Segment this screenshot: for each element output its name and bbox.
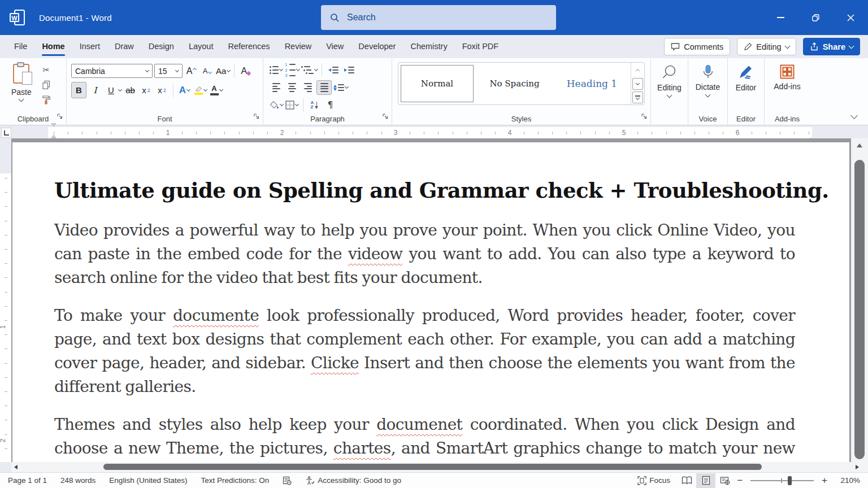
tab-draw[interactable]: Draw	[107, 35, 141, 58]
numbering-button[interactable]: 123	[285, 63, 300, 77]
collapse-ribbon-chevron-icon[interactable]	[850, 112, 858, 119]
line-spacing-button[interactable]	[333, 81, 348, 94]
caret-up-icon	[193, 67, 197, 71]
web-layout-button[interactable]	[715, 473, 735, 488]
editing-mode-dropdown[interactable]: Editing	[737, 38, 796, 55]
text-predictions-indicator[interactable]: Text Predictions: On	[194, 476, 276, 485]
font-dialog-launcher[interactable]	[253, 112, 260, 122]
shading-button[interactable]	[269, 98, 283, 112]
clipboard-dialog-launcher[interactable]	[57, 112, 63, 122]
scroll-left-arrow-icon[interactable]	[14, 465, 18, 469]
dictate-button-label: Dictate	[696, 82, 721, 91]
italic-button[interactable]: I	[88, 82, 102, 98]
shrink-font-button[interactable]: A	[200, 63, 214, 79]
style-heading-1[interactable]: Heading 1	[553, 63, 631, 104]
language-indicator[interactable]: English (United States)	[102, 476, 194, 485]
style-normal[interactable]: Normal	[398, 63, 476, 104]
style-no-spacing[interactable]: No Spacing	[476, 63, 553, 104]
editing-button[interactable]: Editing	[651, 58, 688, 125]
word-count[interactable]: 248 words	[54, 476, 102, 485]
align-center-button[interactable]	[285, 81, 299, 94]
styles-gallery-expand-button[interactable]	[632, 91, 643, 103]
proofing-status-button[interactable]	[276, 476, 298, 485]
text-effects-button[interactable]: A	[177, 82, 192, 98]
align-right-button[interactable]	[301, 81, 315, 94]
search-box[interactable]	[321, 5, 556, 30]
bullets-button[interactable]	[269, 63, 283, 77]
borders-button[interactable]	[285, 98, 299, 112]
read-mode-button[interactable]	[677, 473, 696, 488]
superscript-button[interactable]: x2	[155, 82, 169, 98]
subscript-button[interactable]: x2	[139, 82, 153, 98]
tab-home[interactable]: Home	[34, 35, 72, 58]
tab-foxit-pdf[interactable]: Foxit PDF	[455, 35, 506, 58]
document-heading: Ultimate guide on Spelling and Grammar c…	[54, 176, 795, 204]
zoom-percentage[interactable]: 210%	[830, 476, 868, 485]
vertical-scrollbar[interactable]	[851, 138, 868, 462]
horizontal-scrollbar-thumb[interactable]	[103, 464, 762, 470]
right-indent-marker[interactable]	[808, 128, 814, 138]
horizontal-scrollbar[interactable]	[0, 462, 868, 472]
zoom-slider[interactable]	[750, 480, 814, 481]
grow-font-button[interactable]: A	[184, 63, 198, 79]
comments-button[interactable]: Comments	[664, 38, 730, 55]
tab-insert[interactable]: Insert	[72, 35, 107, 58]
zoom-slider-handle[interactable]	[788, 476, 792, 485]
copy-button[interactable]	[40, 79, 53, 91]
decrease-indent-button[interactable]	[326, 63, 340, 77]
tab-stop-selector[interactable]	[1, 128, 11, 138]
tab-developer[interactable]: Developer	[351, 35, 403, 58]
format-painter-button[interactable]	[40, 93, 53, 106]
page-indicator[interactable]: Page 1 of 1	[0, 476, 54, 485]
underline-button[interactable]: U	[104, 82, 118, 98]
tab-references[interactable]: References	[220, 35, 277, 58]
close-button[interactable]	[833, 0, 868, 35]
share-label: Share	[823, 42, 845, 51]
tab-chemistry[interactable]: Chemistry	[403, 35, 454, 58]
font-color-button[interactable]: A	[209, 82, 223, 98]
zoom-out-button[interactable]: −	[735, 475, 745, 486]
scroll-right-arrow-icon[interactable]	[856, 465, 859, 469]
minimize-button[interactable]	[763, 0, 798, 35]
scroll-up-arrow-icon[interactable]	[857, 143, 862, 147]
cut-button[interactable]: ✂	[40, 64, 53, 76]
paste-button[interactable]: Paste	[11, 64, 32, 106]
sort-button[interactable]: AZ	[307, 98, 322, 112]
chevron-down-icon	[345, 85, 349, 89]
chevron-down-icon	[295, 102, 299, 106]
vertical-scrollbar-thumb[interactable]	[854, 160, 865, 459]
print-layout-button[interactable]	[696, 473, 715, 488]
hanging-indent-marker[interactable]	[51, 125, 57, 135]
font-family-combo[interactable]: Cambria	[71, 64, 153, 78]
tab-review[interactable]: Review	[277, 35, 319, 58]
multilevel-list-button[interactable]	[301, 63, 318, 77]
accessibility-status-button[interactable]: Accessibility: Good to go	[298, 476, 408, 485]
restore-button[interactable]	[798, 0, 833, 35]
clipboard-group: Paste ✂ Clipboard	[0, 58, 67, 125]
justify-button[interactable]	[316, 80, 332, 95]
tab-view[interactable]: View	[319, 35, 351, 58]
chevron-down-icon	[175, 68, 179, 72]
clear-formatting-button[interactable]: A	[238, 63, 253, 79]
highlight-color-button[interactable]	[193, 82, 207, 98]
show-hide-marks-button[interactable]: ¶	[323, 98, 337, 112]
align-left-button[interactable]	[269, 81, 283, 94]
tab-file[interactable]: File	[7, 35, 34, 58]
increase-indent-button[interactable]	[342, 63, 356, 77]
tab-design[interactable]: Design	[141, 35, 181, 58]
bold-button[interactable]: B	[71, 82, 86, 98]
focus-mode-button[interactable]: Focus	[630, 476, 677, 485]
paragraph-dialog-launcher[interactable]	[382, 112, 389, 122]
strikethrough-button[interactable]: ab	[123, 82, 137, 98]
search-input[interactable]	[346, 12, 547, 23]
format-painter-icon	[41, 95, 51, 104]
font-size-combo[interactable]: 15	[154, 64, 183, 78]
zoom-in-button[interactable]: +	[819, 475, 830, 486]
styles-scroll-down-button[interactable]	[632, 78, 643, 90]
share-button[interactable]: Share	[803, 38, 860, 55]
tab-layout[interactable]: Layout	[181, 35, 221, 58]
styles-scroll-up-button[interactable]	[632, 64, 643, 76]
styles-dialog-launcher[interactable]	[641, 112, 648, 122]
change-case-button[interactable]: Aa	[216, 63, 230, 79]
document-page[interactable]: Ultimate guide on Spelling and Grammar c…	[12, 142, 849, 462]
